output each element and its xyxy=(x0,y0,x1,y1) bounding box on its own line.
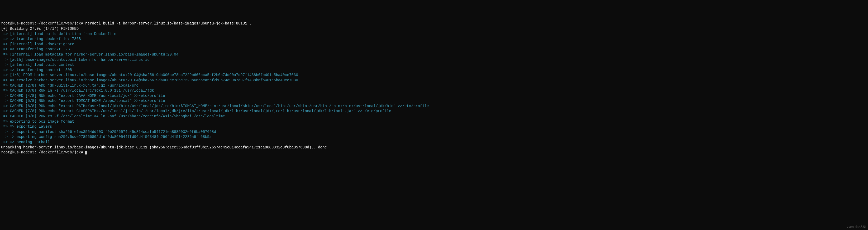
terminal-output: root@k8s-node03:~/dockerfile/web/jdk# ne… xyxy=(1,21,867,155)
build-step-line: => => transferring context: 50B xyxy=(1,68,867,73)
build-step-line: => [1/8] FROM harbor-server.linux.io/bas… xyxy=(1,73,867,78)
build-step-line: => CACHED [5/8] RUN echo "export TOMCAT_… xyxy=(1,99,867,104)
build-step-line: => CACHED [2/8] ADD jdk-8u131-linux-x64.… xyxy=(1,83,867,88)
command-line-2[interactable]: root@k8s-node03:~/dockerfile/web/jdk# xyxy=(1,150,867,155)
build-step-line: => [internal] load metadata for harbor-s… xyxy=(1,52,867,58)
build-step-line: => CACHED [8/8] RUN rm -f /etc/localtime… xyxy=(1,114,867,119)
build-step-line: => exporting to oci image format xyxy=(1,119,867,124)
build-steps-container: => [internal] load build definition from… xyxy=(1,32,867,145)
build-status-line: [+] Building 27.9s (14/14) FINISHED xyxy=(1,26,867,32)
build-step-line: => => transferring context: 2B xyxy=(1,47,867,52)
build-step-line: => => resolve harbor-server.linux.io/bas… xyxy=(1,78,867,83)
unpacking-line: unpacking harbor-server.linux.io/base-im… xyxy=(1,145,867,150)
build-step-line: => [internal] load build context xyxy=(1,62,867,68)
command-text: nerdctl build -t harbor-server.linux.io/… xyxy=(85,21,251,26)
build-step-line: => CACHED [6/8] RUN echo "export PATH=/u… xyxy=(1,104,867,109)
build-step-line: => CACHED [3/8] RUN ln -s /usr/local/src… xyxy=(1,88,867,93)
build-step-line: => => transferring dockerfile: 786B xyxy=(1,37,867,42)
shell-prompt: root@k8s-node03:~/dockerfile/web/jdk# xyxy=(1,21,85,26)
build-step-line: => CACHED [7/8] RUN echo "export CLASSPA… xyxy=(1,109,867,114)
build-step-line: => => exporting config sha256:5cde278966… xyxy=(1,135,867,140)
build-step-line: => => exporting layers xyxy=(1,124,867,129)
command-line-1: root@k8s-node03:~/dockerfile/web/jdk# ne… xyxy=(1,21,867,26)
build-step-line: => CACHED [4/8] RUN echo "export JAVA_HO… xyxy=(1,93,867,99)
build-step-line: => => exporting manifest sha256:e1ec3554… xyxy=(1,129,867,135)
shell-prompt: root@k8s-node03:~/dockerfile/web/jdk# xyxy=(1,150,85,154)
cursor-icon xyxy=(85,151,87,154)
build-step-line: => [internal] load .dockerignore xyxy=(1,42,867,47)
build-step-line: => [internal] load build definition from… xyxy=(1,32,867,37)
build-step-line: => => sending tarball xyxy=(1,140,867,145)
build-step-line: => [auth] base-images/ubuntu:pull token … xyxy=(1,58,867,63)
